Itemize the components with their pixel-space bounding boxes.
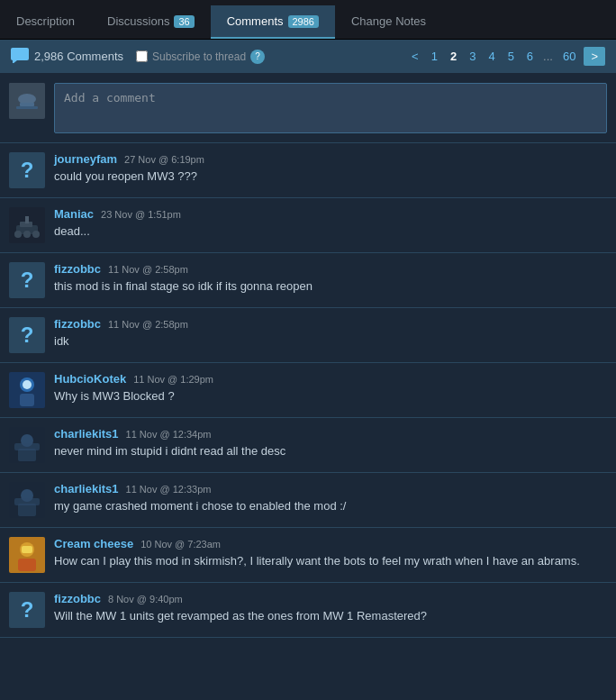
comment-body-7: Cream cheese 10 Nov @ 7:23am How can I p… [54, 537, 607, 569]
tab-row: Description Discussions36 Comments2986 C… [0, 5, 616, 39]
comments-badge: 2986 [288, 15, 319, 28]
page-4-btn[interactable]: 4 [484, 48, 499, 65]
svg-rect-9 [25, 216, 29, 223]
svg-point-11 [23, 231, 31, 238]
comment-date-6: 11 Nov @ 12:33pm [126, 484, 212, 495]
comment-text-8: Will the MW 1 units get revamped as the … [54, 608, 607, 624]
comment-header-2: fizzobbc 11 Nov @ 2:58pm [54, 262, 607, 276]
svg-rect-0 [11, 48, 29, 60]
tab-comments[interactable]: Comments2986 [211, 5, 335, 39]
comment-header-1: Maniac 23 Nov @ 1:51pm [54, 207, 607, 221]
comment-body-6: charliekits1 11 Nov @ 12:33pm my game cr… [54, 482, 607, 514]
comment-body-2: fizzobbc 11 Nov @ 2:58pm this mod is in … [54, 262, 607, 295]
comment-author-6[interactable]: charliekits1 [54, 482, 119, 495]
comment-header-4: HubcioKotek 11 Nov @ 1:29pm [54, 372, 607, 386]
discussions-badge: 36 [174, 15, 194, 28]
comment-author-4[interactable]: HubcioKotek [54, 372, 126, 386]
comment-header-0: journeyfam 27 Nov @ 6:19pm [54, 152, 607, 166]
svg-rect-5 [16, 106, 38, 109]
svg-point-16 [23, 380, 32, 389]
svg-rect-28 [22, 546, 32, 553]
comment-item: ? fizzobbc 11 Nov @ 2:58pm idk [0, 308, 616, 363]
comment-author-5[interactable]: charliekits1 [54, 427, 119, 441]
comment-date-7: 10 Nov @ 7:23am [140, 539, 221, 550]
avatar-6 [9, 482, 45, 518]
avatar-2: ? [9, 262, 45, 298]
comment-text-7: How can I play this mod in skirmish?, I … [54, 553, 607, 569]
comment-header-5: charliekits1 11 Nov @ 12:34pm [54, 427, 607, 441]
avatar-3: ? [9, 317, 45, 353]
subscribe-label[interactable]: Subscribe to thread ? [136, 50, 265, 64]
top-bar: Description Discussions36 Comments2986 C… [0, 0, 616, 40]
comment-text-6: my game crashed moment i chose to enable… [54, 498, 607, 514]
comment-input-row [0, 74, 616, 143]
comment-item: charliekits1 11 Nov @ 12:34pm never mind… [0, 418, 616, 473]
comment-body-0: journeyfam 27 Nov @ 6:19pm could you reo… [54, 152, 607, 185]
comment-input[interactable] [54, 83, 607, 133]
page-3-btn[interactable]: 3 [465, 48, 480, 65]
comments-count-label: 2,986 Comments [34, 50, 123, 63]
svg-rect-27 [18, 559, 36, 571]
comment-date-3: 11 Nov @ 2:58pm [108, 319, 188, 330]
avatar-0: ? [9, 152, 45, 188]
comment-item: ? fizzobbc 8 Nov @ 9:40pm Will the MW 1 … [0, 583, 616, 638]
comment-date-8: 8 Nov @ 9:40pm [108, 594, 183, 605]
next-page-btn[interactable]: > [584, 47, 605, 66]
pagination-dots: ... [541, 50, 555, 63]
svg-point-12 [32, 231, 40, 238]
svg-rect-23 [18, 504, 36, 516]
page-last-btn[interactable]: 60 [558, 48, 580, 65]
comment-item: ? fizzobbc 11 Nov @ 2:58pm this mod is i… [0, 253, 616, 308]
subscribe-text: Subscribe to thread [152, 50, 246, 63]
comment-body-8: fizzobbc 8 Nov @ 9:40pm Will the MW 1 un… [54, 592, 607, 624]
comment-date-1: 23 Nov @ 1:51pm [101, 209, 181, 220]
comment-text-0: could you reopen MW3 ??? [54, 168, 607, 185]
avatar-8: ? [9, 592, 45, 628]
comment-body-1: Maniac 23 Nov @ 1:51pm dead... [54, 207, 607, 240]
page-5-btn[interactable]: 5 [503, 48, 519, 65]
comment-author-8[interactable]: fizzobbc [54, 592, 101, 605]
svg-rect-15 [20, 394, 34, 406]
help-icon[interactable]: ? [250, 50, 265, 64]
comment-item: HubcioKotek 11 Nov @ 1:29pm Why is MW3 B… [0, 363, 616, 418]
svg-rect-19 [18, 449, 36, 461]
comment-text-1: dead... [54, 223, 607, 240]
tab-discussions[interactable]: Discussions36 [91, 5, 211, 39]
comment-text-2: this mod is in final stage so idk if its… [54, 278, 607, 295]
comment-author-2[interactable]: fizzobbc [54, 262, 101, 276]
comment-body-3: fizzobbc 11 Nov @ 2:58pm idk [54, 317, 607, 350]
comments-count-container: 2,986 Comments [11, 48, 123, 66]
comment-text-5: never mind im stupid i didnt read all th… [54, 443, 607, 459]
avatar-7 [9, 537, 45, 573]
comment-author-3[interactable]: fizzobbc [54, 317, 101, 331]
comments-bar: 2,986 Comments Subscribe to thread ? < 1… [0, 40, 616, 74]
page-1-btn[interactable]: 1 [427, 48, 442, 65]
comment-author-0[interactable]: journeyfam [54, 152, 117, 166]
comments-list: ? journeyfam 27 Nov @ 6:19pm could you r… [0, 143, 616, 638]
comment-item: ? journeyfam 27 Nov @ 6:19pm could you r… [0, 143, 616, 198]
comment-header-6: charliekits1 11 Nov @ 12:33pm [54, 482, 607, 495]
page-6-btn[interactable]: 6 [522, 48, 538, 65]
avatar-1 [9, 207, 45, 243]
tab-comments-label: Comments [227, 14, 284, 28]
comment-author-7[interactable]: Cream cheese [54, 537, 133, 550]
subscribe-checkbox[interactable] [136, 50, 148, 62]
comment-item: charliekits1 11 Nov @ 12:33pm my game cr… [0, 473, 616, 528]
comment-header-7: Cream cheese 10 Nov @ 7:23am [54, 537, 607, 550]
tab-description[interactable]: Description [0, 5, 91, 39]
tab-discussions-label: Discussions [107, 14, 169, 28]
svg-rect-20 [14, 443, 40, 450]
comment-date-5: 11 Nov @ 12:34pm [126, 429, 212, 440]
tab-change-notes[interactable]: Change Notes [335, 5, 442, 39]
comment-author-1[interactable]: Maniac [54, 207, 94, 221]
comment-item: Cream cheese 10 Nov @ 7:23am How can I p… [0, 528, 616, 583]
svg-point-10 [14, 231, 22, 238]
bubble-icon [11, 48, 29, 66]
page-2-btn[interactable]: 2 [446, 48, 461, 65]
svg-rect-4 [20, 103, 34, 106]
svg-rect-24 [14, 498, 40, 505]
comment-text-4: Why is MW3 Blocked ? [54, 388, 607, 405]
prev-page-btn[interactable]: < [407, 48, 423, 65]
avatar-5 [9, 427, 45, 463]
comment-text-3: idk [54, 333, 607, 350]
